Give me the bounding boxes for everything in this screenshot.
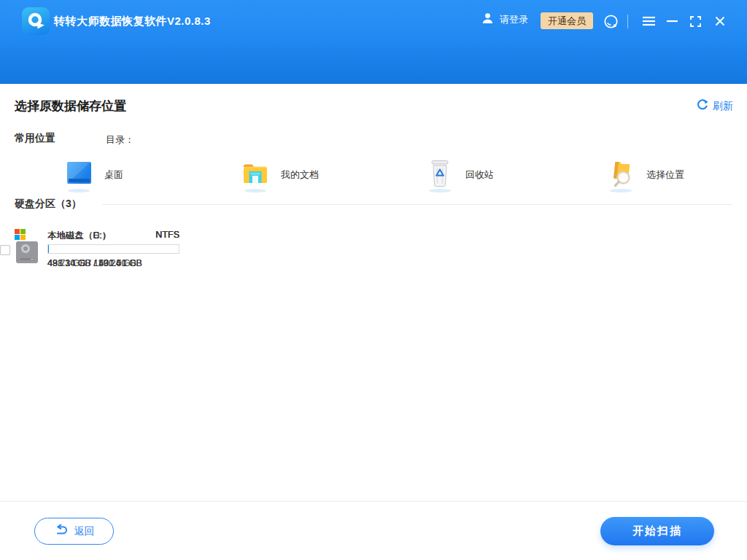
window-title: 转转大师数据恢复软件V2.0.8.3 — [54, 0, 211, 42]
common-locations-title: 常用位置 — [15, 132, 55, 145]
choose-location-icon — [609, 160, 632, 187]
minimize-icon[interactable] — [665, 0, 679, 42]
my-documents-icon — [242, 161, 268, 185]
desktop-icon — [67, 162, 91, 184]
back-button[interactable]: 返回 — [34, 518, 114, 545]
customer-service-icon[interactable] — [601, 0, 620, 42]
location-label[interactable]: 我的文档 — [281, 168, 319, 182]
location-recycle-bin[interactable]: 回收站 — [425, 158, 494, 192]
vip-button[interactable]: 开通会员 — [541, 12, 593, 29]
icon-shadow — [244, 189, 266, 192]
partitions-divider — [102, 204, 732, 205]
footer-divider — [0, 501, 747, 502]
location-choose[interactable]: 选择位置 — [606, 158, 684, 192]
drive-icon[interactable] — [16, 241, 38, 263]
partition-filesystem: NTFS — [155, 230, 179, 241]
menu-icon[interactable] — [640, 0, 657, 42]
usage-bar-fill — [48, 245, 49, 253]
refresh-button[interactable]: 刷新 — [697, 99, 733, 113]
login-area[interactable]: 请登录 — [481, 12, 528, 26]
titlebar-divider — [627, 15, 628, 28]
back-arrow-icon — [54, 524, 69, 538]
login-label[interactable]: 请登录 — [500, 13, 528, 26]
icon-shadow — [610, 189, 632, 192]
refresh-label: 刷新 — [713, 100, 733, 113]
recycle-bin-icon — [429, 158, 451, 189]
partition-capacity: 431.10 GB / 431.51 GB — [47, 258, 179, 268]
partition-checkbox[interactable] — [0, 245, 10, 255]
partition-name: 本地磁盘（E:） — [47, 230, 111, 241]
directory-label: 目录： — [106, 133, 134, 147]
location-label[interactable]: 桌面 — [104, 168, 123, 182]
location-label[interactable]: 选择位置 — [646, 168, 684, 182]
partition-e[interactable]: 本地磁盘（E:） NTFS 431.10 GB / 431.51 GB — [0, 228, 182, 273]
refresh-icon — [697, 99, 708, 113]
app-logo-icon — [22, 7, 50, 35]
usage-bar — [47, 244, 179, 254]
close-icon[interactable] — [713, 0, 727, 42]
page-title: 选择原数据储存位置 — [15, 98, 126, 114]
location-my-documents[interactable]: 我的文档 — [241, 158, 319, 192]
titlebar: 转转大师数据恢复软件V2.0.8.3 请登录 开通会员 — [0, 0, 747, 84]
start-scan-button[interactable]: 开始扫描 — [600, 517, 714, 545]
location-desktop[interactable]: 桌面 — [64, 158, 123, 192]
maximize-icon[interactable] — [688, 0, 703, 42]
icon-shadow — [429, 189, 451, 192]
icon-shadow — [68, 189, 90, 192]
user-icon — [481, 12, 494, 26]
partitions-title: 硬盘分区（3） — [15, 198, 82, 211]
back-label: 返回 — [74, 525, 95, 538]
location-label[interactable]: 回收站 — [465, 168, 494, 182]
